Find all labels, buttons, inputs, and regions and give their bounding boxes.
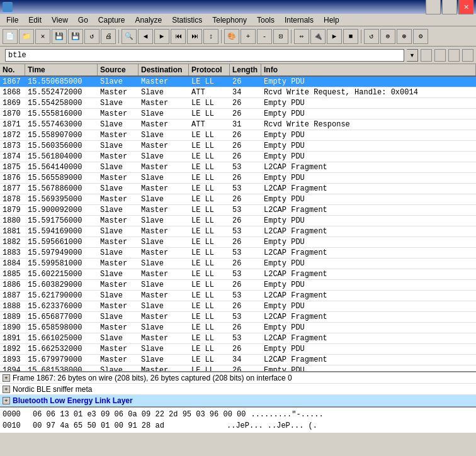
table-row[interactable]: 187815.569395000MasterSlaveLE LL26Empty … (0, 194, 476, 205)
apply-button[interactable] (448, 49, 460, 62)
table-row[interactable]: 189115.661025000SlaveMasterLE LL53L2CAP … (0, 333, 476, 344)
capture-iface-button[interactable]: 🔌 (310, 29, 326, 44)
table-row[interactable]: 188515.602215000SlaveMasterLE LL53L2CAP … (0, 269, 476, 280)
table-row[interactable]: 187415.561804000MasterSlaveLE LL26Empty … (0, 152, 476, 162)
expand-icon[interactable]: + (3, 386, 10, 393)
table-cell: Master (98, 237, 139, 247)
table-cell: Slave (139, 301, 189, 311)
table-row[interactable]: 189015.658598000MasterSlaveLE LL26Empty … (0, 323, 476, 333)
packet-list[interactable]: No. Time Source Destination Protocol Len… (0, 64, 476, 372)
print-button[interactable]: 🖨 (101, 29, 116, 44)
table-row[interactable]: 188415.599581000MasterSlaveLE LL26Empty … (0, 259, 476, 269)
table-row[interactable]: 187015.555816000MasterSlaveLE LL26Empty … (0, 109, 476, 120)
table-row[interactable]: 187715.567886000SlaveMasterLE LL53L2CAP … (0, 184, 476, 194)
table-row[interactable]: 188815.623376000MasterSlaveLE LL26Empty … (0, 301, 476, 312)
menu-item-edit[interactable]: Edit (23, 14, 47, 26)
expand-icon[interactable]: + (3, 397, 10, 404)
restart-capture-button[interactable]: ↺ (364, 29, 379, 44)
menu-item-help[interactable]: Help (319, 14, 344, 26)
menu-item-statistics[interactable]: Statistics (167, 14, 207, 26)
table-cell: LE LL (189, 291, 230, 301)
col-length[interactable]: Length (230, 64, 261, 75)
table-row[interactable]: 187515.564140000SlaveMasterLE LL53L2CAP … (0, 162, 476, 173)
table-row[interactable]: 187915.900092000SlaveMasterLE LL53L2CAP … (0, 205, 476, 216)
jump-button[interactable]: ↕ (203, 29, 218, 44)
filter-input[interactable] (5, 49, 404, 62)
table-row[interactable]: 186915.554258000SlaveMasterLE LL26Empty … (0, 98, 476, 109)
titlebar: ✕ (0, 0, 476, 14)
goto-last-button[interactable]: ⏭ (187, 29, 202, 44)
goto-first-button[interactable]: ⏮ (171, 29, 186, 44)
maximize-button[interactable] (442, 0, 457, 14)
table-row[interactable]: 187215.558907000MasterSlaveLE LL26Empty … (0, 130, 476, 141)
table-cell: Empty PDU (261, 323, 476, 333)
clear-button[interactable] (434, 49, 446, 62)
expression-button[interactable] (421, 49, 432, 62)
table-row[interactable]: 189215.662532000MasterSlaveLE LL26Empty … (0, 344, 476, 355)
zoom-out-button[interactable]: - (257, 29, 272, 44)
table-row[interactable]: 189315.679979000MasterSlaveLE LL34L2CAP … (0, 355, 476, 365)
col-time[interactable]: Time (25, 64, 98, 75)
minimize-button[interactable] (426, 0, 441, 14)
col-info[interactable]: Info (261, 64, 476, 75)
next-button[interactable]: ▶ (154, 29, 169, 44)
table-cell: 1882 (0, 237, 25, 247)
menu-item-telephony[interactable]: Telephony (207, 14, 252, 26)
normal-size-button[interactable]: ⊡ (273, 29, 288, 44)
close-file-button[interactable]: ✕ (35, 29, 50, 44)
table-row[interactable]: 188015.591756000MasterSlaveLE LL26Empty … (0, 216, 476, 226)
find-button[interactable]: 🔍 (122, 29, 137, 44)
window-controls[interactable]: ✕ (426, 0, 473, 14)
table-row[interactable]: 187115.557463000SlaveMasterATT31Rcvd Wri… (0, 120, 476, 130)
table-cell: Slave (98, 162, 139, 172)
col-destination[interactable]: Destination (139, 64, 189, 75)
col-source[interactable]: Source (98, 64, 139, 75)
menu-item-internals[interactable]: Internals (280, 14, 319, 26)
filter-dropdown[interactable]: ▼ (407, 49, 418, 62)
table-cell: L2CAP Fragment (261, 226, 476, 236)
stop-capture-button[interactable]: ■ (343, 29, 358, 44)
col-protocol[interactable]: Protocol (189, 64, 230, 75)
detail-row[interactable]: +Nordic BLE sniffer meta (0, 384, 476, 395)
new-capture-button[interactable]: 📄 (3, 29, 18, 44)
zoom-in-button[interactable]: + (241, 29, 256, 44)
table-row[interactable]: 189415.681538000SlaveMasterLE LL26Empty … (0, 365, 476, 372)
table-row[interactable]: 188215.595661000MasterSlaveLE LL26Empty … (0, 237, 476, 248)
resize-cols-button[interactable]: ⇔ (294, 29, 309, 44)
reload-button[interactable]: ↺ (84, 29, 99, 44)
filter-color-button[interactable]: 🎨 (224, 29, 239, 44)
close-button[interactable]: ✕ (458, 0, 473, 14)
open-file-button[interactable]: 📁 (19, 29, 34, 44)
table-row[interactable]: 188315.597949000SlaveMasterLE LL53L2CAP … (0, 248, 476, 259)
table-row[interactable]: 186715.550685000SlaveMasterLE LL26Empty … (0, 77, 476, 87)
table-row[interactable]: 187315.560356000SlaveMasterLE LL26Empty … (0, 141, 476, 152)
table-row[interactable]: 186815.552472000MasterSlaveATT34Rcvd Wri… (0, 87, 476, 98)
detail-row[interactable]: +Frame 1867: 26 bytes on wire (208 bits)… (0, 372, 476, 384)
expand-icon[interactable]: + (3, 374, 10, 382)
table-row[interactable]: 188715.621790000SlaveMasterLE LL53L2CAP … (0, 291, 476, 301)
capture-filter-button[interactable]: ⊕ (380, 29, 395, 44)
preferences-button[interactable]: ⚙ (413, 29, 428, 44)
table-row[interactable]: 188615.603829000MasterSlaveLE LL26Empty … (0, 280, 476, 291)
app-icon (3, 2, 13, 12)
table-row[interactable]: 187615.565589000MasterSlaveLE LL26Empty … (0, 173, 476, 184)
menu-item-go[interactable]: Go (73, 14, 93, 26)
table-cell: 15.602215000 (25, 269, 98, 279)
prev-button[interactable]: ◀ (138, 29, 153, 44)
menu-item-view[interactable]: View (47, 14, 73, 26)
detail-row[interactable]: +Bluetooth Low Energy Link Layer (0, 395, 476, 406)
display-filter-button[interactable]: ⊛ (397, 29, 412, 44)
save-button[interactable]: 💾 (52, 29, 67, 44)
col-no[interactable]: No. (0, 64, 25, 75)
table-cell: Empty PDU (261, 130, 476, 140)
table-row[interactable]: 188115.594169000SlaveMasterLE LL53L2CAP … (0, 226, 476, 237)
save-as-button[interactable]: 💾 (68, 29, 83, 44)
menu-item-file[interactable]: File (1, 14, 23, 26)
menu-item-tools[interactable]: Tools (252, 14, 280, 26)
table-row[interactable]: 188915.656877000SlaveMasterLE LL53L2CAP … (0, 312, 476, 323)
menu-item-capture[interactable]: Capture (93, 14, 130, 26)
start-capture-button[interactable]: ▶ (327, 29, 342, 44)
save-button[interactable] (462, 49, 473, 62)
menu-item-analyze[interactable]: Analyze (130, 14, 167, 26)
hex-offset: 0000 (3, 409, 28, 420)
